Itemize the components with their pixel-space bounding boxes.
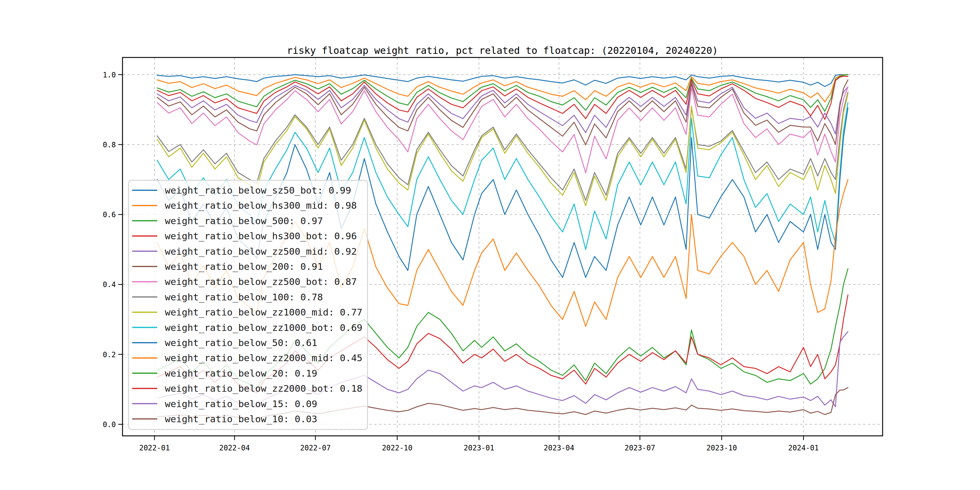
y-tick-label: 0.0 <box>103 420 116 429</box>
y-tick-label: 0.6 <box>103 210 116 219</box>
y-tick-label: 0.2 <box>103 350 116 359</box>
legend-item-weight_ratio_below_zz500_bot: weight_ratio_below_zz500_bot: 0.87 <box>132 276 357 287</box>
legend-label: weight_ratio_below_zz500_mid: 0.92 <box>165 246 357 257</box>
x-tick-label: 2022-04 <box>219 444 250 452</box>
series-line-weight_ratio_below_hs300_mid <box>157 75 848 102</box>
legend-item-weight_ratio_below_zz500_mid: weight_ratio_below_zz500_mid: 0.92 <box>132 246 357 257</box>
y-tick-label: 0.8 <box>103 141 116 149</box>
legend-label: weight_ratio_below_hs300_bot: 0.96 <box>165 231 357 242</box>
x-tick-label: 2022-01 <box>139 444 170 452</box>
legend-item-weight_ratio_below_zz1000_bot: weight_ratio_below_zz1000_bot: 0.69 <box>132 322 362 333</box>
legend-item-weight_ratio_below_zz2000_mid: weight_ratio_below_zz2000_mid: 0.45 <box>132 352 362 364</box>
legend-item-weight_ratio_below_sz50_bot: weight_ratio_below_sz50_bot: 0.99 <box>132 185 351 196</box>
x-tick-label: 2023-01 <box>464 444 494 452</box>
legend-item-weight_ratio_below_zz2000_bot: weight_ratio_below_zz2000_bot: 0.18 <box>132 383 362 394</box>
legend-item-weight_ratio_below_hs300_bot: weight_ratio_below_hs300_bot: 0.96 <box>132 231 357 242</box>
x-tick-label: 2023-10 <box>706 444 737 452</box>
legend-label: weight_ratio_below_zz1000_mid: 0.77 <box>165 307 362 318</box>
legend-label: weight_ratio_below_500: 0.97 <box>165 215 323 227</box>
x-tick-label: 2022-07 <box>300 444 331 452</box>
chart-title: risky floatcap weight ratio, pct related… <box>287 45 718 56</box>
x-tick-label: 2024-01 <box>788 444 819 452</box>
legend-item-weight_ratio_below_hs300_mid: weight_ratio_below_hs300_mid: 0.98 <box>132 200 357 211</box>
figure-container: 0.00.20.40.60.81.02022-012022-042022-072… <box>0 0 980 490</box>
y-tick-label: 0.4 <box>103 280 116 289</box>
legend-label: weight_ratio_below_10: 0.03 <box>165 414 317 425</box>
legend-label: weight_ratio_below_50: 0.61 <box>165 337 317 348</box>
legend-label: weight_ratio_below_zz1000_bot: 0.69 <box>165 322 362 333</box>
legend-label: weight_ratio_below_sz50_bot: 0.99 <box>165 185 351 196</box>
legend-label: weight_ratio_below_zz2000_bot: 0.18 <box>165 383 362 394</box>
legend-label: weight_ratio_below_20: 0.19 <box>165 368 317 379</box>
legend-label: weight_ratio_below_zz500_bot: 0.87 <box>165 276 357 287</box>
x-tick-label: 2023-04 <box>544 444 574 452</box>
legend-label: weight_ratio_below_200: 0.91 <box>165 261 323 272</box>
legend-label: weight_ratio_below_100: 0.78 <box>165 291 323 303</box>
legend-item-weight_ratio_below_zz1000_mid: weight_ratio_below_zz1000_mid: 0.77 <box>132 307 362 318</box>
x-tick-label: 2023-07 <box>625 444 655 452</box>
series-line-weight_ratio_below_zz500_bot <box>157 87 848 173</box>
legend-label: weight_ratio_below_15: 0.09 <box>165 398 317 410</box>
chart-canvas: 0.00.20.40.60.81.02022-012022-042022-072… <box>0 0 980 490</box>
legend-label: weight_ratio_below_hs300_mid: 0.98 <box>165 200 357 211</box>
legend: weight_ratio_below_sz50_bot: 0.99weight_… <box>129 180 368 430</box>
x-tick-label: 2022-10 <box>382 444 412 452</box>
y-tick-label: 1.0 <box>103 71 116 79</box>
legend-label: weight_ratio_below_zz2000_mid: 0.45 <box>165 352 362 364</box>
